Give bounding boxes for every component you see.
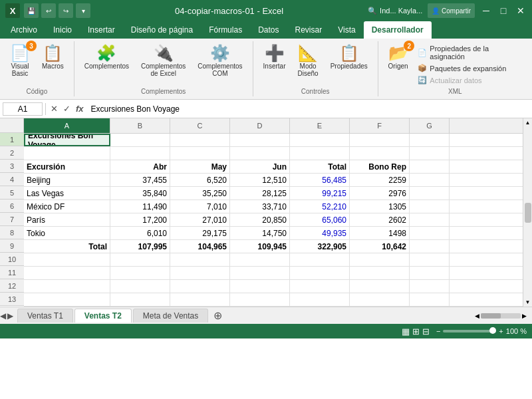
cell-a6[interactable]: México DF bbox=[24, 200, 110, 213]
tab-datos[interactable]: Datos bbox=[250, 21, 287, 39]
tab-vista[interactable]: Vista bbox=[330, 21, 363, 39]
tab-nav-next-icon[interactable]: ▶ bbox=[7, 311, 13, 321]
cell-a9[interactable]: Total bbox=[24, 240, 110, 253]
close-button[interactable]: ✕ bbox=[515, 5, 527, 17]
cell-e4[interactable]: 56,485 bbox=[290, 174, 350, 186]
cell-b11[interactable] bbox=[110, 267, 170, 279]
cell-c5[interactable]: 35,250 bbox=[170, 187, 230, 200]
complementos-com-button[interactable]: ⚙️ ComplementosCOM bbox=[193, 43, 247, 80]
col-header-e[interactable]: E bbox=[290, 118, 350, 133]
cell-a4[interactable]: Beijing bbox=[24, 174, 110, 186]
cell-b8[interactable]: 6,010 bbox=[110, 227, 170, 239]
cell-c3[interactable]: May bbox=[170, 160, 230, 173]
cell-b4[interactable]: 37,455 bbox=[110, 174, 170, 186]
cell-g11[interactable] bbox=[410, 267, 450, 279]
page-break-icon[interactable]: ⊟ bbox=[422, 327, 430, 336]
cell-b5[interactable]: 35,840 bbox=[110, 187, 170, 200]
redo-icon[interactable]: ↪ bbox=[59, 3, 73, 18]
scroll-up-icon[interactable]: ▲ bbox=[525, 120, 531, 126]
cell-d8[interactable]: 14,750 bbox=[230, 227, 290, 239]
qat-more-icon[interactable]: ▾ bbox=[76, 3, 90, 18]
scroll-down-icon[interactable]: ▼ bbox=[525, 299, 531, 305]
zoom-in-icon[interactable]: + bbox=[499, 327, 503, 335]
cell-g10[interactable] bbox=[410, 253, 450, 266]
propiedades-asignacion-button[interactable]: 📄 Propiedades de la asignación bbox=[415, 44, 527, 61]
sheet-tab-meta-ventas[interactable]: Meta de Ventas bbox=[133, 309, 208, 323]
col-header-f[interactable]: F bbox=[350, 118, 410, 133]
cell-f8[interactable]: 1498 bbox=[350, 227, 410, 239]
macros-button[interactable]: 📋 Macros bbox=[37, 43, 68, 72]
cell-b13[interactable] bbox=[110, 293, 170, 306]
maximize-button[interactable]: □ bbox=[497, 5, 509, 17]
cell-a7[interactable]: París bbox=[24, 213, 110, 226]
modo-diseno-button[interactable]: 📐 ModoDiseño bbox=[293, 43, 323, 80]
tab-diseno-pagina[interactable]: Diseño de página bbox=[123, 21, 201, 39]
cell-f4[interactable]: 2259 bbox=[350, 174, 410, 186]
cell-c9[interactable]: 104,965 bbox=[170, 240, 230, 253]
cell-e3[interactable]: Total bbox=[290, 160, 350, 173]
cell-d13[interactable] bbox=[230, 293, 290, 306]
cell-e11[interactable] bbox=[290, 267, 350, 279]
cell-f11[interactable] bbox=[350, 267, 410, 279]
tab-archivo[interactable]: Archivo bbox=[3, 21, 45, 39]
cell-e8[interactable]: 49,935 bbox=[290, 227, 350, 239]
cell-e1[interactable] bbox=[290, 134, 350, 146]
complementos-excel-button[interactable]: 🔌 Complementosde Excel bbox=[136, 43, 190, 80]
cell-a5[interactable]: Las Vegas bbox=[24, 187, 110, 200]
tab-nav-prev-icon[interactable]: ◀ bbox=[0, 311, 6, 321]
cell-f2[interactable] bbox=[350, 147, 410, 160]
cell-e2[interactable] bbox=[290, 147, 350, 160]
col-header-b[interactable]: B bbox=[110, 118, 170, 133]
tab-desarrollador[interactable]: Desarrollador bbox=[364, 21, 432, 39]
cell-f12[interactable] bbox=[350, 280, 410, 293]
cell-d4[interactable]: 12,510 bbox=[230, 174, 290, 186]
cell-c7[interactable]: 27,010 bbox=[170, 213, 230, 226]
scroll-thumb[interactable] bbox=[525, 203, 531, 223]
cell-c2[interactable] bbox=[170, 147, 230, 160]
cell-d1[interactable] bbox=[230, 134, 290, 146]
col-header-c[interactable]: C bbox=[170, 118, 230, 133]
cell-f5[interactable]: 2976 bbox=[350, 187, 410, 200]
cell-c11[interactable] bbox=[170, 267, 230, 279]
cell-b7[interactable]: 17,200 bbox=[110, 213, 170, 226]
insert-function-icon[interactable]: fx bbox=[74, 103, 86, 114]
cell-f3[interactable]: Bono Rep bbox=[350, 160, 410, 173]
zoom-out-icon[interactable]: − bbox=[436, 327, 440, 335]
cell-g1[interactable] bbox=[410, 134, 450, 146]
cell-g5[interactable] bbox=[410, 187, 450, 200]
h-scrollbar[interactable] bbox=[481, 313, 521, 319]
complementos-button[interactable]: 🧩 Complementos bbox=[80, 43, 134, 72]
cell-g12[interactable] bbox=[410, 280, 450, 293]
cell-c12[interactable] bbox=[170, 280, 230, 293]
cell-f13[interactable] bbox=[350, 293, 410, 306]
cell-c1[interactable] bbox=[170, 134, 230, 146]
cell-e9[interactable]: 322,905 bbox=[290, 240, 350, 253]
cell-f10[interactable] bbox=[350, 253, 410, 266]
normal-view-icon[interactable]: ▦ bbox=[402, 327, 410, 336]
sheet-tab-ventas-t2[interactable]: Ventas T2 bbox=[74, 309, 132, 323]
cell-b3[interactable]: Abr bbox=[110, 160, 170, 173]
confirm-formula-icon[interactable]: ✓ bbox=[61, 103, 72, 114]
cell-e7[interactable]: 65,060 bbox=[290, 213, 350, 226]
sheet-tab-ventas-t1[interactable]: Ventas T1 bbox=[17, 309, 73, 323]
cell-d9[interactable]: 109,945 bbox=[230, 240, 290, 253]
cell-d10[interactable] bbox=[230, 253, 290, 266]
cell-b2[interactable] bbox=[110, 147, 170, 160]
visual-basic-button[interactable]: 📄 VisualBasic 3 bbox=[5, 43, 35, 80]
cell-f7[interactable]: 2602 bbox=[350, 213, 410, 226]
formula-input[interactable] bbox=[88, 103, 529, 115]
cancel-formula-icon[interactable]: ✕ bbox=[49, 103, 60, 114]
propiedades-btn[interactable]: 📋 Propiedades bbox=[326, 43, 372, 72]
cell-a3[interactable]: Excursión bbox=[24, 160, 110, 173]
cell-e13[interactable] bbox=[290, 293, 350, 306]
cell-g13[interactable] bbox=[410, 293, 450, 306]
minimize-button[interactable]: ─ bbox=[480, 5, 492, 17]
cell-f6[interactable]: 1305 bbox=[350, 200, 410, 213]
cell-c6[interactable]: 7,010 bbox=[170, 200, 230, 213]
cell-g6[interactable] bbox=[410, 200, 450, 213]
cell-d3[interactable]: Jun bbox=[230, 160, 290, 173]
cell-d2[interactable] bbox=[230, 147, 290, 160]
cell-d7[interactable]: 20,850 bbox=[230, 213, 290, 226]
cell-a11[interactable] bbox=[24, 267, 110, 279]
cell-c13[interactable] bbox=[170, 293, 230, 306]
